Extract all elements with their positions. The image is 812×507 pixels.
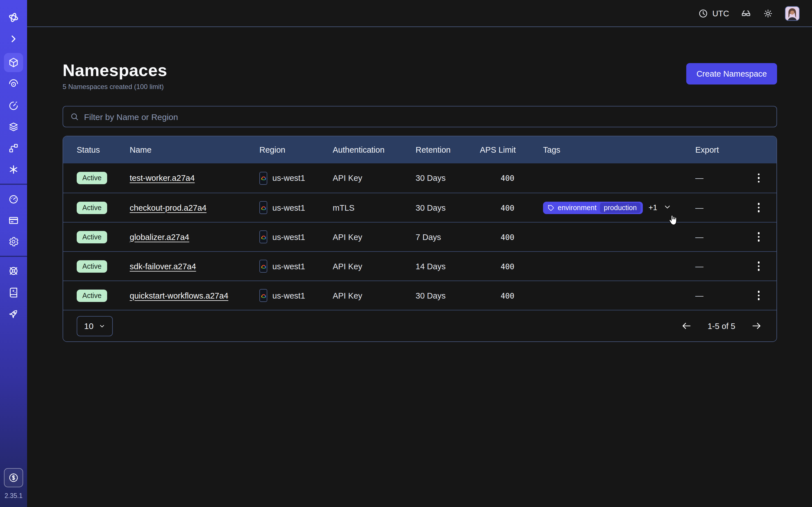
gcp-provider-icon [259, 230, 267, 243]
export-cell: — [695, 232, 741, 241]
sidebar-item-billing[interactable] [4, 211, 23, 230]
tag-icon [548, 204, 554, 211]
retention-cell: 30 Days [416, 173, 480, 182]
column-header-export: Export [695, 145, 741, 154]
labs-button[interactable] [741, 8, 751, 18]
gcp-provider-icon [259, 172, 267, 184]
auth-cell: API Key [333, 173, 416, 182]
tag-pill[interactable]: environment production [543, 202, 643, 214]
sidebar-item-namespaces[interactable] [4, 53, 23, 72]
arrow-right-icon [751, 321, 762, 331]
credit-card-icon [8, 215, 19, 226]
gear-icon [8, 236, 19, 247]
user-avatar[interactable] [785, 6, 800, 20]
sun-icon [763, 8, 773, 18]
sidebar-divider [0, 256, 27, 257]
namespace-link[interactable]: sdk-failover.a27a4 [130, 262, 196, 271]
table-pagination: 10 1-5 of 5 [63, 310, 776, 341]
table-row: Active sdk-failover.a27a4 us-west1 API K… [63, 251, 776, 281]
retention-cell: 7 Days [416, 232, 480, 241]
sidebar: 2.35.1 [0, 0, 27, 507]
region-label: us-west1 [272, 262, 305, 271]
column-header-authentication: Authentication [333, 145, 416, 154]
layers-icon [8, 121, 19, 132]
column-header-status: Status [77, 145, 130, 154]
row-menu-button[interactable] [754, 230, 763, 244]
table-header-row: Status Name Region Authentication Retent… [63, 136, 776, 163]
main-content: Namespaces 5 Namespaces created (100 lim… [27, 27, 812, 507]
sidebar-item-usage[interactable] [4, 189, 23, 209]
sidebar-item-deployments[interactable] [4, 117, 23, 136]
sidebar-item-batch[interactable] [4, 160, 23, 179]
arrow-left-icon [681, 321, 692, 331]
sidebar-item-workflows[interactable] [4, 138, 23, 158]
column-header-tags: Tags [543, 145, 695, 154]
sidebar-divider [0, 184, 27, 185]
sidebar-item-monitor[interactable] [4, 74, 23, 94]
avatar-photo [785, 6, 799, 20]
namespace-link[interactable]: test-worker.a27a4 [130, 173, 195, 182]
region-label: us-west1 [272, 203, 305, 212]
tag-key: environment [558, 204, 597, 212]
timezone-button[interactable]: UTC [698, 8, 729, 18]
asterisk-icon [8, 164, 19, 175]
sidebar-item-settings[interactable] [4, 232, 23, 251]
export-cell: — [695, 173, 741, 182]
sidebar-item-docs[interactable] [4, 283, 23, 302]
export-cell: — [695, 262, 741, 271]
namespaces-table: Status Name Region Authentication Retent… [63, 136, 777, 342]
row-menu-button[interactable] [754, 260, 763, 273]
namespace-link[interactable]: checkout-prod.a27a4 [130, 203, 207, 212]
column-header-aps-limit: APS Limit [480, 145, 543, 154]
status-badge: Active [77, 202, 107, 214]
next-page-button[interactable] [750, 320, 763, 332]
gcp-provider-icon [259, 260, 267, 273]
row-menu-button[interactable] [754, 289, 763, 302]
gcp-provider-icon [259, 289, 267, 302]
timer-icon [8, 100, 19, 111]
region-label: us-west1 [272, 291, 305, 300]
sidebar-item-support[interactable] [4, 262, 23, 281]
app-window: 2.35.1 UTC [0, 0, 812, 507]
auth-cell: API Key [333, 232, 416, 241]
temporal-logo-icon [8, 12, 19, 23]
theme-toggle[interactable] [763, 8, 773, 18]
page-size-select[interactable]: 10 [77, 316, 113, 336]
glasses-icon [741, 8, 751, 18]
export-cell: — [695, 203, 741, 212]
retention-cell: 14 Days [416, 262, 480, 271]
pagination-range-label: 1-5 of 5 [708, 321, 735, 330]
book-sparkles-icon [8, 287, 19, 298]
expand-tags-button[interactable] [663, 203, 671, 213]
create-namespace-button[interactable]: Create Namespace [686, 63, 777, 84]
sidebar-expand-button[interactable] [4, 29, 23, 48]
namespace-count-subtitle: 5 Namespaces created (100 limit) [63, 83, 167, 91]
sidebar-item-schedules[interactable] [4, 96, 23, 115]
branch-icon [8, 143, 19, 154]
region-label: us-west1 [272, 232, 305, 241]
namespace-link[interactable]: quickstart-workflows.a27a4 [130, 291, 229, 300]
sidebar-item-home[interactable] [4, 8, 23, 27]
aps-limit-cell: 400 [480, 232, 543, 241]
auth-cell: API Key [333, 262, 416, 271]
aps-limit-cell: 400 [480, 173, 543, 182]
sidebar-item-quickstart[interactable] [4, 304, 23, 323]
namespace-link[interactable]: globalizer.a27a4 [130, 232, 189, 241]
clock-icon [698, 8, 708, 18]
chevron-down-icon [663, 203, 671, 211]
aps-limit-cell: 400 [480, 291, 543, 300]
export-cell: — [695, 291, 741, 300]
status-badge: Active [77, 231, 107, 243]
row-menu-button[interactable] [754, 201, 763, 215]
row-menu-button[interactable] [754, 171, 763, 185]
auth-cell: API Key [333, 291, 416, 300]
aps-limit-cell: 400 [480, 203, 543, 212]
status-badge: Active [77, 260, 107, 272]
chevron-right-icon [8, 33, 19, 45]
previous-page-button[interactable] [680, 320, 693, 332]
cube-icon [8, 57, 19, 68]
filter-input[interactable] [84, 112, 770, 121]
pricing-button[interactable] [4, 468, 23, 487]
ship-wheel-icon [8, 265, 19, 277]
aps-limit-cell: 400 [480, 262, 543, 271]
